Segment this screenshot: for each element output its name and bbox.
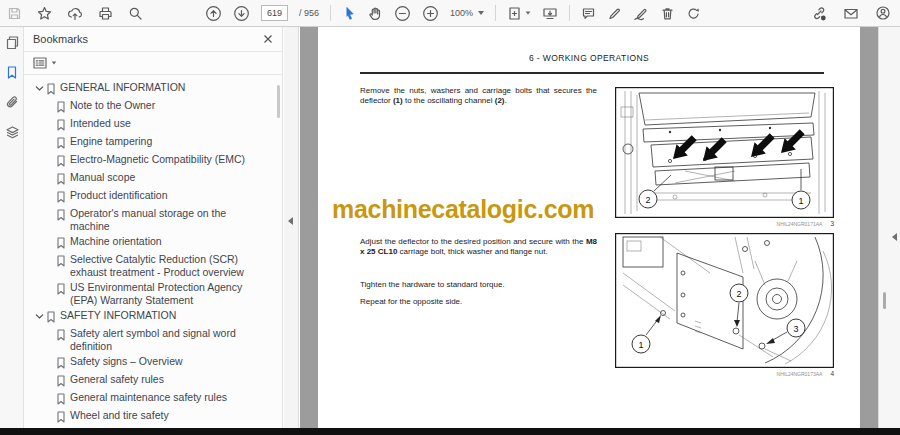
page-down-icon[interactable]	[233, 5, 250, 22]
highlight-icon[interactable]	[607, 6, 622, 21]
bookmark-list: GENERAL INFORMATION Note to the Owner In…	[24, 75, 282, 428]
email-icon[interactable]	[843, 6, 859, 21]
bookmark-label: Intended use	[70, 117, 282, 130]
bookmarks-options-button[interactable]	[24, 52, 282, 75]
bookmark-item[interactable]: US Environmental Protection Agency (EPA)…	[24, 279, 282, 307]
divider	[330, 5, 331, 21]
bookmark-label: Selective Catalytic Reduction (SCR) exha…	[70, 253, 282, 279]
expand-right-panel-icon[interactable]	[892, 233, 897, 241]
figure-number: 4	[830, 370, 834, 377]
watermark-text: machinecatalogic.com	[332, 195, 594, 224]
attachments-icon[interactable]	[0, 87, 24, 117]
page-thumbnails-icon[interactable]	[0, 27, 24, 57]
page-up-icon[interactable]	[205, 5, 222, 22]
callout-ref: (1)	[393, 96, 403, 105]
bookmark-label: General maintenance safety rules	[70, 391, 282, 404]
document-scrollbar-thumb[interactable]	[883, 292, 886, 309]
bookmark-item[interactable]: Machine orientation	[24, 233, 282, 251]
share-upload-icon[interactable]	[67, 6, 83, 21]
svg-text:1: 1	[638, 340, 643, 350]
close-icon[interactable]	[263, 34, 273, 44]
chevron-down-icon	[52, 62, 57, 65]
bookmarks-panel-icon[interactable]	[0, 57, 24, 87]
chevron-down-icon	[478, 11, 484, 15]
page-heading: 6 - WORKING OPERATIONS	[318, 53, 860, 63]
bookmark-item[interactable]: Operator's manual storage on the machine	[24, 205, 282, 233]
figure-code: NHIL24NGR0173AA	[777, 371, 823, 377]
bookmark-ribbon-icon	[56, 357, 70, 369]
fit-page-icon[interactable]	[507, 6, 531, 21]
find-icon[interactable]	[128, 6, 143, 21]
bookmark-label: Safety signs – Overview	[70, 355, 282, 368]
document-page: 6 - WORKING OPERATIONS Remove the nuts, …	[318, 27, 860, 428]
bookmark-ribbon-icon	[56, 411, 70, 423]
bookmark-ribbon-icon	[56, 375, 70, 387]
bookmark-label: US Environmental Protection Agency (EPA)…	[70, 281, 282, 307]
star-icon[interactable]	[37, 6, 52, 21]
bookmark-label: Wheel and tire safety	[70, 409, 282, 422]
svg-text:2: 2	[645, 195, 650, 205]
paragraph-text: carriage bolt, thick washer and flange n…	[397, 247, 547, 256]
left-collapse-strip	[284, 27, 299, 428]
bookmark-ribbon-icon	[56, 283, 70, 295]
bookmark-item[interactable]: Selective Catalytic Reduction (SCR) exha…	[24, 251, 282, 279]
chevron-down-icon[interactable]	[32, 313, 46, 320]
panel-title: Bookmarks	[33, 33, 263, 45]
print-icon[interactable]	[98, 6, 113, 21]
hand-tool-icon[interactable]	[368, 6, 383, 21]
bookmark-item[interactable]: Electro-Magnetic Compatibility (EMC)	[24, 151, 282, 169]
panel-scrollbar-thumb[interactable]	[277, 85, 280, 118]
comment-icon[interactable]	[581, 6, 596, 21]
bookmark-item[interactable]: General maintenance safety rules	[24, 389, 282, 407]
figure-caption: NHIL24NGR0173AA 4	[615, 368, 834, 377]
bookmark-item[interactable]: Safety alert symbol and signal word defi…	[24, 325, 282, 353]
bookmark-ribbon-icon	[56, 209, 70, 221]
fit-width-icon[interactable]	[542, 6, 558, 21]
rotate-icon[interactable]	[686, 6, 701, 21]
svg-text:3: 3	[793, 324, 798, 334]
bookmark-ribbon-icon	[56, 119, 70, 131]
bookmark-item[interactable]: Wheel and tire safety	[24, 407, 282, 425]
figure-caption: NHIL24NGR0171AA 3	[615, 218, 834, 227]
collapse-left-panel-icon[interactable]	[288, 217, 293, 225]
trash-icon[interactable]	[660, 6, 675, 21]
bookmark-label: Manual scope	[70, 171, 282, 184]
bookmark-ribbon-icon	[46, 83, 60, 95]
sign-icon[interactable]	[633, 6, 649, 21]
page-number-input[interactable]: 619	[261, 5, 288, 21]
bookmark-ribbon-icon	[56, 101, 70, 113]
bookmark-item[interactable]: Safety signs – Overview	[24, 353, 282, 371]
bookmark-label: Electro-Magnetic Compatibility (EMC)	[70, 153, 282, 166]
bookmark-label: Product identification	[70, 189, 282, 202]
document-area: 6 - WORKING OPERATIONS Remove the nuts, …	[300, 27, 878, 428]
bookmark-label: Note to the Owner	[70, 99, 282, 112]
save-icon[interactable]	[7, 6, 22, 21]
bookmark-label: SAFETY INFORMATION	[60, 309, 282, 322]
bookmark-ribbon-icon	[56, 173, 70, 185]
bookmark-item[interactable]: Engine tampering	[24, 133, 282, 151]
share-link-icon[interactable]	[811, 6, 827, 21]
zoom-in-icon[interactable]	[422, 5, 439, 22]
account-icon[interactable]	[875, 5, 891, 21]
paragraph-text: .	[505, 96, 507, 105]
bookmark-item[interactable]: Manual scope	[24, 169, 282, 187]
bookmark-label: GENERAL INFORMATION	[60, 81, 282, 94]
zoom-level-dropdown[interactable]: 100%	[450, 8, 484, 18]
bookmark-item[interactable]: SAFETY INFORMATION	[24, 307, 282, 325]
bookmark-label: Operator's manual storage on the machine	[70, 207, 282, 233]
bookmark-item[interactable]: Intended use	[24, 115, 282, 133]
select-tool-icon[interactable]	[342, 6, 357, 21]
layers-icon[interactable]	[0, 117, 24, 147]
figure-code: NHIL24NGR0171AA	[777, 221, 823, 227]
bookmark-item[interactable]: Product identification	[24, 187, 282, 205]
bookmark-ribbon-icon	[56, 191, 70, 203]
chevron-down-icon[interactable]	[32, 85, 46, 92]
heading-rule	[360, 72, 824, 74]
toolbar: 619 / 956 100%	[0, 0, 900, 27]
bottom-bar	[0, 428, 900, 435]
bookmark-item[interactable]: General safety rules	[24, 371, 282, 389]
bookmark-item[interactable]: GENERAL INFORMATION	[24, 79, 282, 97]
zoom-out-icon[interactable]	[394, 5, 411, 22]
bookmark-label: Engine tampering	[70, 135, 282, 148]
bookmark-item[interactable]: Note to the Owner	[24, 97, 282, 115]
